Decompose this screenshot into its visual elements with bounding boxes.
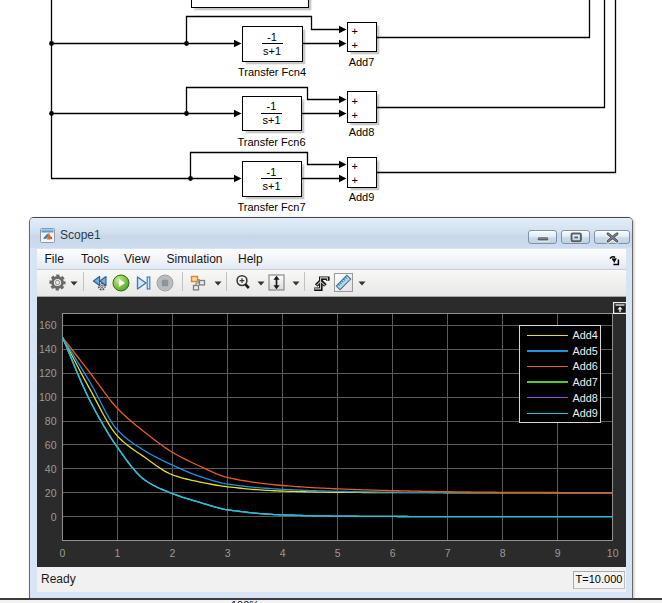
label-add8: Add8 bbox=[349, 126, 375, 138]
label-transfer-fcn6: Transfer Fcn6 bbox=[237, 136, 305, 148]
menu-label: Simulation bbox=[167, 252, 223, 266]
gear-dropdown-icon[interactable] bbox=[70, 281, 78, 286]
block-add8[interactable]: + + bbox=[347, 91, 378, 123]
tf7-numerator: -1 bbox=[267, 166, 277, 178]
menu-help[interactable]: Help bbox=[238, 249, 263, 270]
signal-hierarchy-icon[interactable] bbox=[189, 274, 207, 292]
x-tick-label: 10 bbox=[607, 547, 619, 559]
plot-legend[interactable]: Add4Add5Add6Add7Add8Add9 bbox=[519, 325, 601, 423]
x-tick-label: 3 bbox=[225, 547, 231, 559]
legend-label: Add7 bbox=[573, 376, 598, 388]
run-play-icon[interactable] bbox=[112, 274, 130, 292]
tf6-numerator: -1 bbox=[267, 100, 277, 112]
block-partial-top[interactable] bbox=[191, 0, 309, 8]
block-transfer-fcn6[interactable]: -1 s+1 bbox=[242, 96, 302, 132]
add7-plus-bottom: + bbox=[352, 40, 358, 50]
x-tick-label: 2 bbox=[170, 547, 176, 559]
add8-plus-bottom: + bbox=[352, 110, 358, 120]
y-tick-label: 80 bbox=[37, 415, 57, 427]
legend-line-swatch bbox=[527, 413, 568, 414]
close-icon bbox=[595, 231, 630, 244]
stop-icon[interactable] bbox=[156, 274, 174, 292]
tf7-denominator: s+1 bbox=[262, 180, 280, 192]
block-transfer-fcn7[interactable]: -1 s+1 bbox=[242, 161, 302, 197]
menu-view[interactable]: View bbox=[124, 249, 150, 270]
minimize-icon bbox=[529, 231, 557, 244]
ruler-dropdown-icon[interactable] bbox=[358, 281, 366, 286]
add9-plus-top: + bbox=[352, 161, 358, 171]
legend-line-swatch bbox=[527, 381, 568, 382]
y-tick-label: 0 bbox=[37, 510, 57, 522]
expand-axes-button[interactable] bbox=[613, 302, 627, 314]
tf4-numerator: -1 bbox=[267, 31, 277, 43]
parameters-gear-icon[interactable] bbox=[49, 274, 66, 291]
step-forward-icon[interactable] bbox=[134, 274, 152, 292]
menu-label: Tools bbox=[81, 252, 109, 266]
y-tick-label: 160 bbox=[37, 319, 57, 331]
simulink-editor: {"editor": {"zoom_label": "100%"},"diagr… bbox=[0, 0, 662, 603]
legend-label: Add4 bbox=[573, 329, 598, 341]
toolbar-separator bbox=[304, 272, 305, 291]
trigger-icon[interactable] bbox=[312, 274, 330, 292]
toolbar-separator bbox=[83, 272, 84, 291]
zoom-dropdown-icon[interactable] bbox=[257, 281, 265, 286]
x-tick-label: 1 bbox=[115, 547, 121, 559]
menu-tools[interactable]: Tools bbox=[81, 249, 109, 270]
maximize-icon bbox=[562, 231, 590, 244]
legend-entry: Add6 bbox=[520, 359, 600, 375]
hierarchy-dropdown-icon[interactable] bbox=[214, 281, 222, 286]
block-add7[interactable]: + + bbox=[347, 22, 378, 53]
legend-entry: Add7 bbox=[520, 374, 600, 390]
legend-entry: Add8 bbox=[520, 390, 600, 406]
menu-file[interactable]: File bbox=[45, 249, 64, 270]
legend-entry: Add4 bbox=[520, 328, 600, 344]
zoom-icon[interactable] bbox=[235, 274, 251, 291]
scope-toolbar bbox=[37, 269, 626, 297]
label-transfer-fcn4: Transfer Fcn4 bbox=[238, 66, 306, 78]
measurements-ruler-icon[interactable] bbox=[334, 273, 353, 292]
dock-arrow-icon[interactable] bbox=[609, 255, 620, 266]
window-title: Scope1 bbox=[60, 228, 101, 242]
label-transfer-fcn7: Transfer Fcn7 bbox=[237, 201, 305, 213]
tf4-denominator: s+1 bbox=[263, 45, 281, 57]
menu-label: Help bbox=[238, 252, 263, 266]
add8-plus-top: + bbox=[352, 96, 358, 106]
y-tick-label: 100 bbox=[37, 391, 57, 403]
toolbar-separator bbox=[226, 272, 227, 291]
block-diagram: -1 s+1 Transfer Fcn4 -1 s+1 Transfer Fcn… bbox=[0, 0, 662, 217]
fit-to-view-icon[interactable] bbox=[268, 274, 285, 291]
x-tick-label: 5 bbox=[335, 547, 341, 559]
legend-line-swatch bbox=[527, 350, 568, 351]
legend-label: Add8 bbox=[573, 392, 598, 404]
minimize-button[interactable] bbox=[528, 230, 558, 245]
y-tick-label: 40 bbox=[37, 463, 57, 475]
scope-window-icon bbox=[40, 228, 55, 243]
tf6-denominator: s+1 bbox=[262, 114, 280, 126]
simulation-time-readout: T=10.000 bbox=[573, 571, 625, 589]
add9-plus-bottom: + bbox=[352, 175, 358, 185]
step-back-icon[interactable] bbox=[91, 274, 108, 291]
menu-simulation[interactable]: Simulation bbox=[167, 249, 223, 270]
y-tick-label: 20 bbox=[37, 487, 57, 499]
add7-plus-top: + bbox=[352, 26, 358, 36]
scope-titlebar[interactable]: Scope1 bbox=[30, 218, 632, 248]
maximize-button[interactable] bbox=[561, 230, 590, 245]
menu-label: View bbox=[124, 252, 150, 266]
x-tick-label: 7 bbox=[445, 547, 451, 559]
close-button[interactable] bbox=[594, 230, 631, 245]
block-transfer-fcn4[interactable]: -1 s+1 bbox=[242, 26, 303, 62]
legend-label: Add9 bbox=[573, 407, 598, 419]
menu-label: File bbox=[45, 252, 64, 266]
legend-line-swatch bbox=[527, 335, 568, 336]
block-add9[interactable]: + + bbox=[347, 157, 378, 188]
y-tick-label: 120 bbox=[37, 367, 57, 379]
scope-menubar: File Tools View Simulation Help bbox=[37, 249, 626, 270]
y-tick-label: 60 bbox=[37, 439, 57, 451]
fit-dropdown-icon[interactable] bbox=[292, 281, 300, 286]
x-tick-label: 6 bbox=[390, 547, 396, 559]
y-tick-label: 140 bbox=[37, 343, 57, 355]
legend-label: Add6 bbox=[573, 360, 598, 372]
legend-label: Add5 bbox=[573, 345, 598, 357]
x-tick-label: 8 bbox=[500, 547, 506, 559]
legend-entry: Add5 bbox=[520, 343, 600, 359]
